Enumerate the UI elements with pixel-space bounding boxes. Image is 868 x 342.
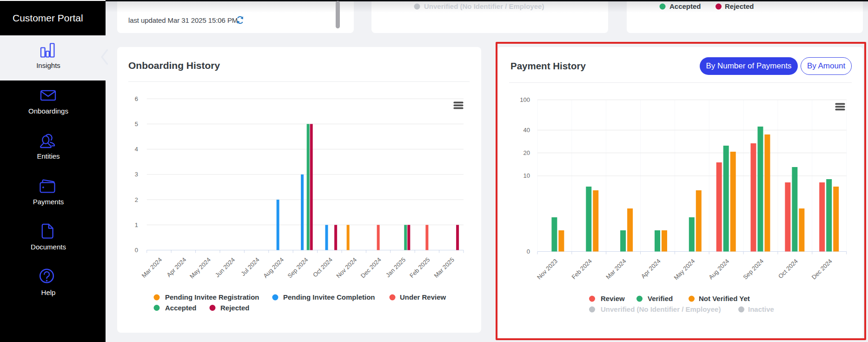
svg-text:Pending Invitee Completion: Pending Invitee Completion	[283, 293, 375, 301]
svg-text:Oct 2024: Oct 2024	[777, 258, 799, 280]
svg-text:Oct 2024: Oct 2024	[311, 256, 334, 279]
svg-text:Under Review: Under Review	[400, 293, 446, 301]
svg-text:May 2024: May 2024	[188, 256, 212, 280]
svg-text:Review: Review	[601, 295, 625, 302]
svg-text:Apr 2024: Apr 2024	[640, 258, 662, 280]
svg-text:Jul 2024: Jul 2024	[239, 256, 260, 277]
svg-text:Feb 2025: Feb 2025	[408, 256, 431, 279]
svg-text:Unverified (No Identifier / Em: Unverified (No Identifier / Employee)	[424, 2, 544, 10]
svg-text:Nov 2024: Nov 2024	[335, 256, 358, 280]
svg-text:Rejected: Rejected	[725, 2, 754, 10]
svg-text:6: 6	[135, 95, 138, 102]
svg-text:Sep 2024: Sep 2024	[286, 256, 310, 280]
svg-text:10: 10	[523, 172, 530, 179]
svg-text:Aug 2024: Aug 2024	[707, 258, 730, 281]
svg-text:Feb 2024: Feb 2024	[570, 258, 593, 281]
svg-text:Pending Invitee Registration: Pending Invitee Registration	[165, 293, 259, 301]
svg-text:Dec 2024: Dec 2024	[810, 258, 834, 281]
svg-text:Accepted: Accepted	[165, 304, 197, 312]
svg-text:Dec 2024: Dec 2024	[359, 256, 383, 280]
svg-text:Jan 2025: Jan 2025	[384, 256, 407, 279]
svg-text:Unverified (No Identifier / Em: Unverified (No Identifier / Employee)	[601, 305, 721, 313]
svg-text:1: 1	[135, 221, 138, 228]
svg-text:Mar 2025: Mar 2025	[432, 256, 455, 279]
svg-text:Rejected: Rejected	[220, 304, 250, 312]
svg-text:Accepted: Accepted	[669, 2, 701, 10]
svg-text:3: 3	[135, 171, 138, 178]
svg-text:Inactive: Inactive	[748, 305, 774, 313]
svg-text:5: 5	[135, 121, 138, 127]
svg-text:Mar 2024: Mar 2024	[604, 258, 627, 281]
svg-text:Sep 2024: Sep 2024	[742, 258, 765, 281]
svg-text:100: 100	[520, 96, 530, 103]
svg-text:4: 4	[135, 146, 138, 153]
svg-text:Mar 2024: Mar 2024	[140, 256, 163, 279]
svg-text:Verified: Verified	[648, 295, 673, 302]
svg-text:Nov 2023: Nov 2023	[536, 258, 559, 281]
svg-text:0: 0	[135, 247, 138, 254]
svg-text:40: 40	[523, 127, 530, 134]
svg-text:2: 2	[135, 196, 138, 203]
svg-text:0: 0	[527, 248, 530, 255]
svg-text:May 2024: May 2024	[672, 258, 696, 282]
svg-text:Aug 2024: Aug 2024	[262, 256, 285, 280]
svg-text:Jun 2024: Jun 2024	[214, 256, 236, 279]
svg-text:20: 20	[523, 149, 530, 156]
svg-text:Not Verified Yet: Not Verified Yet	[699, 295, 750, 302]
svg-text:Apr 2024: Apr 2024	[166, 256, 188, 279]
